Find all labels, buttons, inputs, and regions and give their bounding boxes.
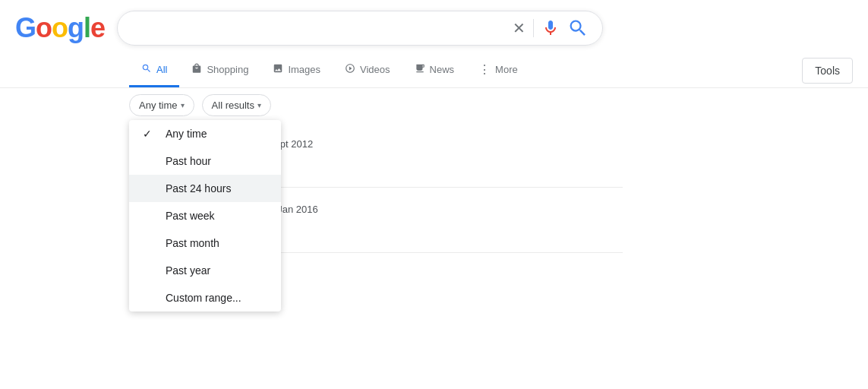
dropdown-item-past-24-hours[interactable]: Past 24 hours xyxy=(129,175,281,202)
logo-letter-g2: g xyxy=(68,12,84,43)
tab-shopping-label: Shopping xyxy=(207,64,248,75)
dropdown-item-past-week[interactable]: Past week xyxy=(129,202,281,229)
check-mark-any-time: ✓ xyxy=(143,128,152,140)
tab-more-label: More xyxy=(495,64,518,75)
tab-news-label: News xyxy=(430,64,455,75)
videos-icon xyxy=(345,63,355,76)
dropdown-item-past-year[interactable]: Past year xyxy=(129,257,281,284)
dropdown-item-past-hour[interactable]: Past hour xyxy=(129,147,281,175)
time-filter-chevron: ▾ xyxy=(181,101,185,109)
tab-all-label: All xyxy=(156,64,167,75)
more-icon: ⋮ xyxy=(478,62,491,77)
time-dropdown: ✓ Any time Past hour Past 24 hours Past … xyxy=(129,120,281,312)
results-filter-label: All results xyxy=(212,100,254,111)
tab-videos-label: Videos xyxy=(360,64,390,75)
tab-news[interactable]: News xyxy=(402,54,467,87)
news-icon xyxy=(415,63,425,76)
google-logo[interactable]: Google xyxy=(15,12,105,44)
tab-images-label: Images xyxy=(288,64,320,75)
time-filter-button[interactable]: Any time ▾ xyxy=(129,94,194,116)
dropdown-label-past-hour: Past hour xyxy=(166,155,211,167)
dropdown-label-past-week: Past week xyxy=(166,210,215,222)
tab-shopping[interactable]: Shopping xyxy=(179,54,260,87)
logo-letter-o2: o xyxy=(52,12,68,43)
time-filter-label: Any time xyxy=(139,100,178,111)
mic-icon[interactable] xyxy=(541,19,560,37)
dropdown-label-past-month: Past month xyxy=(166,237,219,249)
search-bar[interactable]: my brand ✕ xyxy=(117,11,603,46)
tools-button[interactable]: Tools xyxy=(802,58,853,84)
header: Google my brand ✕ xyxy=(0,0,868,53)
all-icon xyxy=(141,63,152,76)
dropdown-label-custom-range: Custom range... xyxy=(166,292,241,304)
shopping-icon xyxy=(191,63,202,76)
tab-more[interactable]: ⋮ More xyxy=(466,53,530,88)
nav-tabs: All Shopping Images Videos News ⋮ More T… xyxy=(0,53,868,88)
search-bar-icons: ✕ xyxy=(513,17,589,39)
dropdown-label-past-24-hours: Past 24 hours xyxy=(166,182,231,194)
dropdown-label-past-year: Past year xyxy=(166,264,210,277)
dropdown-label-any-time: Any time xyxy=(166,128,207,140)
filter-row: Any time ▾ All results ▾ ✓ Any time Past… xyxy=(0,88,868,122)
tab-images[interactable]: Images xyxy=(260,54,333,87)
logo-letter-g: G xyxy=(15,12,36,43)
logo-letter-l: l xyxy=(84,12,90,43)
logo-letter-e: e xyxy=(90,12,105,43)
clear-icon[interactable]: ✕ xyxy=(513,21,526,36)
tab-videos[interactable]: Videos xyxy=(333,54,402,87)
search-submit-icon[interactable] xyxy=(567,17,589,39)
search-input[interactable]: my brand xyxy=(131,21,505,35)
dropdown-item-past-month[interactable]: Past month xyxy=(129,229,281,257)
search-divider xyxy=(533,19,534,37)
dropdown-item-any-time[interactable]: ✓ Any time xyxy=(129,120,281,147)
results-filter-chevron: ▾ xyxy=(257,101,261,109)
logo-letter-o1: o xyxy=(36,12,52,43)
dropdown-item-custom-range[interactable]: Custom range... xyxy=(129,284,281,312)
tab-all[interactable]: All xyxy=(129,54,179,87)
results-filter-button[interactable]: All results ▾ xyxy=(202,94,271,116)
images-icon xyxy=(273,63,283,76)
